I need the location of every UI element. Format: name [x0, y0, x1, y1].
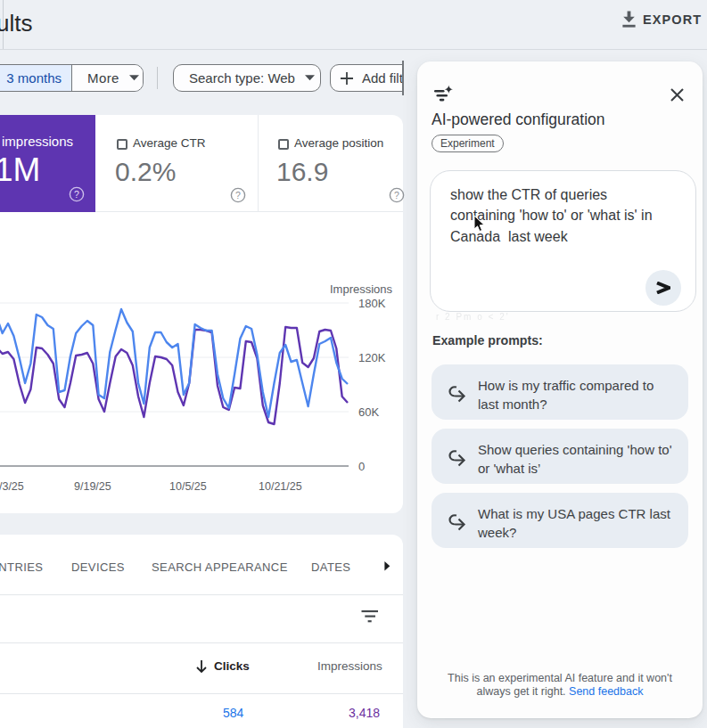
svg-text:60K: 60K: [358, 405, 379, 419]
svg-text:?: ?: [235, 190, 241, 200]
svg-text:9/3/25: 9/3/25: [0, 480, 24, 493]
svg-text:?: ?: [74, 189, 79, 200]
svg-text:?: ?: [394, 190, 399, 200]
svg-text:10/5/25: 10/5/25: [169, 480, 207, 493]
svg-text:180K: 180K: [358, 297, 386, 310]
svg-text:9/19/25: 9/19/25: [74, 480, 111, 493]
svg-text:0: 0: [358, 460, 365, 473]
svg-text:120K: 120K: [358, 351, 386, 364]
svg-text:10/21/25: 10/21/25: [259, 480, 302, 493]
